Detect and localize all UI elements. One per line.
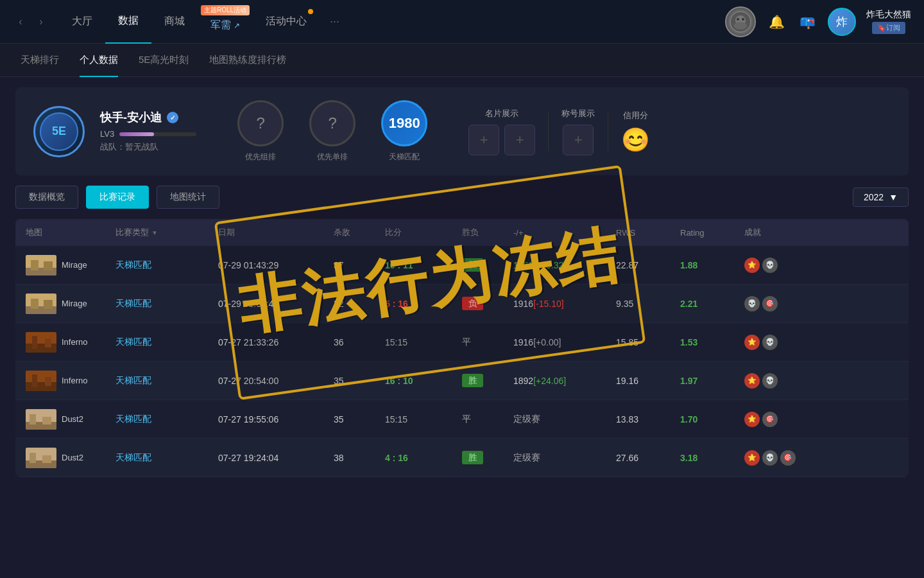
level-bar-fill [119, 132, 154, 136]
header-map: 地图 [26, 227, 116, 238]
svg-rect-23 [30, 414, 36, 425]
header-date: 日期 [218, 227, 334, 238]
profile-info: 快手-安小迪 ✓ LV3 战队：暂无战队 [100, 110, 196, 153]
nav-item-military[interactable]: 主题ROLL活动 军需 ↗ [198, 0, 253, 44]
map-cell-4: Inferno [26, 371, 116, 391]
date-5: 07-27 19:55:06 [218, 414, 334, 425]
sort-arrow-icon: ▼ [151, 229, 158, 236]
result-5: 平 [462, 414, 513, 425]
match-type-4[interactable]: 天梯匹配 [116, 375, 218, 387]
rws-2: 9.35 [616, 299, 680, 309]
profile-avatar-inner: 5E [40, 112, 78, 151]
profile-section: 5E 快手-安小迪 ✓ LV3 战队：暂无战队 ? 优先组排 ? 优先单排 19… [15, 87, 909, 175]
credit-section: 信用分 😊 [621, 110, 650, 153]
profile-team: 战队：暂无战队 [100, 141, 196, 153]
achievement-icon: 🎯 [780, 450, 796, 466]
score-2: 5 : 16 [385, 299, 462, 309]
achievement-icon: ⭐ [744, 412, 760, 427]
header-result: 胜负 [462, 227, 513, 238]
sub-nav-map-rank[interactable]: 地图熟练度排行榜 [209, 44, 286, 77]
sub-nav-ladder-rank[interactable]: 天梯排行 [21, 44, 59, 77]
nav-item-more[interactable]: ··· [320, 0, 350, 44]
nav-arrows: ‹ › [13, 14, 49, 30]
svg-rect-28 [42, 455, 51, 463]
header-match-type[interactable]: 比赛类型 ▼ [116, 227, 218, 238]
verified-icon: ✓ [167, 112, 178, 123]
btn-match-record[interactable]: 比赛记录 [86, 186, 149, 209]
map-thumbnail-inferno-2 [26, 371, 56, 391]
jv-arrow: ↗ [234, 21, 240, 30]
nav-item-data[interactable]: 数据 [105, 0, 151, 44]
date-6: 07-27 19:24:04 [218, 453, 334, 463]
nav-items: 大厅 数据 商城 主题ROLL活动 军需 ↗ 活动中心 ··· [59, 0, 725, 44]
stat-label-ladder: 天梯匹配 [389, 152, 420, 162]
user-info: 炸毛大然猫 🔖订阅 [866, 9, 911, 34]
rws-3: 15.85 [616, 337, 680, 347]
achievement-icon: ⭐ [744, 258, 760, 273]
table-header: 地图 比赛类型 ▼ 日期 杀敌 比分 胜负 -/+ RWS Rating 成就 [15, 219, 909, 246]
match-type-2[interactable]: 天梯匹配 [116, 298, 218, 310]
inbox-icon[interactable]: 📪 [797, 12, 817, 32]
nav-item-activity[interactable]: 活动中心 [253, 0, 320, 44]
rating-6: 3.18 [680, 453, 744, 463]
map-name-5: Dust2 [62, 414, 83, 424]
user-avatar: 炸 [828, 8, 856, 36]
section-divider-2 [608, 112, 608, 151]
achievement-icon: 💀 [762, 373, 778, 389]
namecard-label: 名片展示 [485, 108, 518, 119]
stat-priority-solo: ? 优先单排 [309, 100, 355, 162]
subscribe-button[interactable]: 🔖订阅 [872, 22, 905, 34]
map-thumbnail-dust2-1 [26, 409, 56, 430]
score-5: 15:15 [385, 414, 462, 425]
table-row: Dust2 天梯匹配 07-27 19:55:06 35 15:15 平 定级赛… [15, 400, 909, 439]
map-cell-5: Dust2 [26, 409, 116, 430]
score-4: 16 : 10 [385, 376, 462, 386]
btn-overview[interactable]: 数据概览 [15, 186, 78, 209]
match-type-5[interactable]: 天梯匹配 [116, 414, 218, 425]
header-elo: -/+ [513, 227, 616, 238]
sub-nav: 天梯排行 个人数据 5E高光时刻 地图熟练度排行榜 [0, 44, 924, 77]
result-1: 胜 [462, 259, 513, 271]
nav-item-military-label: 军需 ↗ [210, 19, 240, 32]
title-slot-1[interactable]: + [563, 125, 594, 155]
match-type-6[interactable]: 天梯匹配 [116, 452, 218, 464]
year-select[interactable]: 2022 ▼ [853, 188, 909, 207]
rws-1: 22.87 [616, 260, 680, 270]
bell-icon[interactable]: 🔔 [766, 12, 787, 32]
back-arrow[interactable]: ‹ [13, 14, 28, 30]
stat-circle-solo: ? [309, 100, 355, 146]
sub-nav-personal-data[interactable]: 个人数据 [80, 44, 118, 77]
forward-arrow[interactable]: › [33, 14, 49, 30]
rating-4: 1.97 [680, 376, 744, 386]
lion-icon [726, 8, 755, 36]
nav-item-shop[interactable]: 商城 [151, 0, 198, 44]
map-thumbnail-inferno-1 [26, 332, 56, 353]
table-row: Inferno 天梯匹配 07-27 21:33:26 36 15:15 平 1… [15, 323, 909, 362]
nav-item-lobby[interactable]: 大厅 [59, 0, 105, 44]
svg-rect-15 [32, 336, 37, 349]
map-name-2: Mirage [62, 299, 87, 308]
achievement-icon: ⭐ [744, 335, 760, 350]
elo-5: 定级赛 [513, 414, 616, 425]
namecard-slot-2[interactable]: + [504, 125, 535, 155]
achievement-icon: 💀 [762, 335, 778, 350]
svg-rect-16 [45, 338, 51, 347]
achievement-icon: ⭐ [744, 373, 760, 389]
rating-3: 1.53 [680, 337, 744, 347]
svg-rect-7 [31, 260, 38, 270]
sub-nav-highlights[interactable]: 5E高光时刻 [139, 44, 189, 77]
elo-6: 定级赛 [513, 452, 616, 464]
rws-6: 27.66 [616, 453, 680, 463]
map-cell-6: Dust2 [26, 448, 116, 468]
title-section-label: 称号展示 [561, 108, 595, 119]
map-cell-2: Mirage [26, 293, 116, 314]
map-thumbnail-mirage-2 [26, 293, 56, 314]
achievement-icon: ⭐ [744, 450, 760, 466]
match-type-1[interactable]: 天梯匹配 [116, 259, 218, 271]
achievements-1: ⭐ 💀 [744, 258, 821, 273]
btn-map-stats[interactable]: 地图统计 [157, 186, 219, 209]
svg-rect-11 [31, 299, 38, 309]
namecard-slot-1[interactable]: + [468, 125, 499, 155]
match-type-3[interactable]: 天梯匹配 [116, 337, 218, 348]
date-3: 07-27 21:33:26 [218, 337, 334, 347]
